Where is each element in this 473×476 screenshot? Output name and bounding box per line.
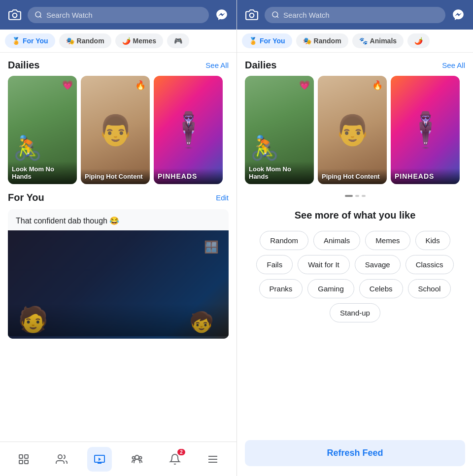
- tag-chip-pranks[interactable]: Pranks: [259, 279, 303, 298]
- tag-chip-random[interactable]: Random: [260, 231, 308, 250]
- see-more-section: See more of what you like RandomAnimalsM…: [237, 200, 473, 476]
- tag-chip-kids[interactable]: Kids: [415, 231, 450, 250]
- tag-chip-classics[interactable]: Classics: [405, 255, 454, 274]
- left-for-you-header: For You Edit: [8, 192, 229, 203]
- tag-chip-fails[interactable]: Fails: [256, 255, 293, 274]
- right-search-placeholder: Search Watch: [283, 11, 330, 19]
- svg-line-16: [277, 16, 278, 18]
- svg-point-0: [13, 13, 17, 18]
- right-search-bar[interactable]: Search Watch: [265, 7, 445, 23]
- tab-random-left[interactable]: 🎭 Random: [59, 33, 111, 48]
- tab-more-right[interactable]: 🌶️: [407, 33, 430, 48]
- nav-watch[interactable]: [87, 447, 112, 472]
- see-more-title: See more of what you like: [295, 210, 416, 221]
- svg-point-1: [35, 12, 41, 17]
- tab-more-left[interactable]: 🎮: [167, 33, 189, 48]
- right-card-badge-1: 💗: [299, 80, 310, 91]
- svg-rect-4: [25, 455, 28, 458]
- left-header: Search Watch: [0, 0, 236, 30]
- nav-friends[interactable]: [49, 447, 74, 472]
- right-dailies-container: Dailies See All 🚴 💗 Look Mom No Hands 👨 …: [237, 53, 473, 200]
- tag-chip-gaming[interactable]: Gaming: [307, 279, 354, 298]
- card-label-3: PINHEADS: [154, 168, 223, 184]
- tags-container: RandomAnimalsMemesKidsFailsWait for ItSa…: [245, 231, 465, 322]
- daily-card-3[interactable]: 🕴️ PINHEADS: [154, 76, 223, 184]
- tab-random-right[interactable]: 🎭 Random: [296, 33, 348, 48]
- tab-memes-left[interactable]: 🌶️ Memes: [115, 33, 163, 48]
- svg-line-2: [40, 16, 41, 18]
- right-header: Search Watch: [237, 0, 473, 30]
- svg-rect-6: [25, 460, 28, 464]
- left-for-you-section: For You Edit That confident dab though 😂…: [0, 192, 236, 339]
- right-dailies-see-all[interactable]: See All: [442, 61, 465, 69]
- left-video-post[interactable]: That confident dab though 😂 🧑 🧒 🪟: [8, 209, 229, 339]
- nav-news-feed[interactable]: [11, 447, 36, 472]
- tab-for-you-left[interactable]: 🏅 For You: [5, 33, 55, 48]
- scroll-indicator: [237, 192, 473, 200]
- right-daily-card-3[interactable]: 🕴️ PINHEADS: [391, 76, 460, 184]
- right-tabs: 🏅 For You 🎭 Random 🐾 Animals 🌶️: [237, 30, 473, 53]
- right-panel: Search Watch 🏅 For You 🎭 Random 🐾 Animal…: [236, 0, 473, 476]
- svg-rect-5: [19, 460, 23, 464]
- tag-chip-celebs[interactable]: Celebs: [359, 279, 403, 298]
- right-card-badge-2: 🔥: [372, 80, 383, 91]
- dot-3: [362, 195, 366, 197]
- svg-point-9: [133, 456, 135, 459]
- left-post-text: That confident dab though 😂: [8, 209, 229, 230]
- right-daily-card-1[interactable]: 🚴 💗 Look Mom No Hands: [245, 76, 314, 184]
- right-card-label-1: Look Mom No Hands: [245, 161, 314, 184]
- tab-animals-right[interactable]: 🐾 Animals: [352, 33, 404, 48]
- svg-point-15: [272, 12, 278, 17]
- right-card-label-3: PINHEADS: [391, 168, 460, 184]
- card-label-1: Look Mom No Hands: [8, 161, 77, 184]
- left-for-you-title: For You: [8, 192, 44, 203]
- tag-chip-savage[interactable]: Savage: [355, 255, 401, 274]
- tag-chip-stand-up[interactable]: Stand-up: [330, 303, 380, 322]
- daily-card-2[interactable]: 👨 🔥 Piping Hot Content: [81, 76, 150, 184]
- svg-point-8: [135, 455, 139, 459]
- tag-chip-memes[interactable]: Memes: [365, 231, 410, 250]
- right-dailies-row: 🚴 💗 Look Mom No Hands 👨 🔥 Piping Hot Con…: [237, 76, 473, 192]
- card-badge-2: 🔥: [135, 80, 146, 91]
- left-dailies-row: 🚴 💗 Look Mom No Hands 👨 🔥 Piping Hot Con…: [0, 76, 236, 192]
- right-camera-icon[interactable]: [244, 7, 260, 23]
- camera-icon[interactable]: [7, 7, 23, 23]
- svg-point-7: [58, 455, 62, 459]
- tag-chip-animals[interactable]: Animals: [313, 231, 360, 250]
- left-dailies-see-all[interactable]: See All: [205, 61, 229, 69]
- svg-point-10: [139, 456, 142, 459]
- tab-for-you-right[interactable]: 🏅 For You: [242, 33, 292, 48]
- right-dailies-header: Dailies See All: [237, 53, 473, 76]
- right-dailies-title: Dailies: [245, 60, 276, 71]
- dot-1: [345, 195, 353, 197]
- right-card-label-2: Piping Hot Content: [318, 169, 387, 184]
- tag-chip-wait-for-it[interactable]: Wait for It: [298, 255, 350, 274]
- nav-groups[interactable]: [125, 447, 149, 472]
- for-you-emoji: 🏅: [12, 37, 20, 45]
- nav-notifications[interactable]: 2: [163, 447, 187, 472]
- left-edit-link[interactable]: Edit: [216, 193, 229, 202]
- tag-chip-school[interactable]: School: [408, 279, 451, 298]
- refresh-feed-button[interactable]: Refresh Feed: [245, 440, 465, 466]
- left-tabs: 🏅 For You 🎭 Random 🌶️ Memes 🎮: [0, 30, 236, 53]
- left-bottom-nav: 2: [0, 442, 236, 476]
- left-messenger-icon[interactable]: [214, 7, 230, 23]
- right-daily-card-2[interactable]: 👨 🔥 Piping Hot Content: [318, 76, 387, 184]
- card-label-2: Piping Hot Content: [81, 169, 150, 184]
- svg-rect-3: [19, 455, 23, 458]
- nav-menu[interactable]: [201, 447, 225, 472]
- daily-card-1[interactable]: 🚴 💗 Look Mom No Hands: [8, 76, 77, 184]
- left-dailies-title: Dailies: [8, 60, 39, 71]
- dot-2: [355, 195, 359, 197]
- notification-badge: 2: [177, 449, 185, 455]
- left-panel: Search Watch 🏅 For You 🎭 Random 🌶️ Memes…: [0, 0, 236, 476]
- right-messenger-icon[interactable]: [450, 7, 466, 23]
- left-post-image: 🧑 🧒 🪟: [8, 230, 229, 339]
- card-badge-1: 💗: [62, 80, 73, 91]
- left-search-bar[interactable]: Search Watch: [28, 7, 209, 23]
- left-search-placeholder: Search Watch: [46, 11, 93, 19]
- svg-point-14: [250, 13, 254, 18]
- left-dailies-header: Dailies See All: [0, 53, 236, 76]
